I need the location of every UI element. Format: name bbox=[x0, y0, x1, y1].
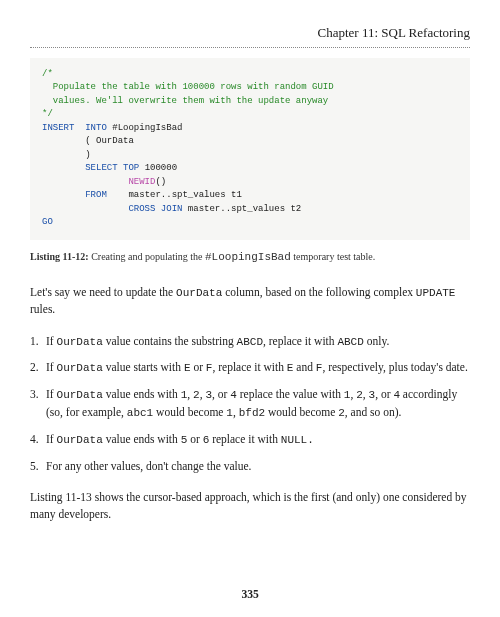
inline-code: 4 bbox=[393, 389, 400, 401]
inline-code: UPDATE bbox=[416, 287, 456, 299]
text: value contains the substring bbox=[103, 335, 237, 347]
code-keyword: GO bbox=[42, 217, 53, 227]
code-punct: ( bbox=[85, 136, 96, 146]
text: Let's say we need to update the bbox=[30, 286, 176, 298]
inline-code: 1 bbox=[226, 407, 233, 419]
code-comment: Populate the table with 100000 rows with… bbox=[42, 82, 334, 92]
list-item: If OurData value ends with 5 or 6 replac… bbox=[30, 431, 470, 449]
inline-code: OurData bbox=[57, 389, 103, 401]
text: , or bbox=[212, 388, 230, 400]
code-func: NEWID bbox=[128, 177, 155, 187]
listing-mono: #LoopingIsBad bbox=[205, 251, 291, 263]
chapter-header: Chapter 11: SQL Refactoring bbox=[30, 24, 470, 43]
text: , replace it with bbox=[263, 335, 337, 347]
text: , and so on). bbox=[345, 406, 402, 418]
header-rule bbox=[30, 47, 470, 48]
list-item: If OurData value starts with E or F, rep… bbox=[30, 359, 470, 377]
code-ident: master bbox=[128, 190, 160, 200]
inline-code: 2 bbox=[356, 389, 363, 401]
text: rules. bbox=[30, 303, 55, 315]
paragraph: Listing 11-13 shows the cursor-based app… bbox=[30, 489, 470, 524]
code-comment: /* bbox=[42, 69, 53, 79]
paragraph: Let's say we need to update the OurData … bbox=[30, 284, 470, 319]
code-ident: ..spt_values t1 bbox=[161, 190, 242, 200]
text: If bbox=[46, 433, 57, 445]
page-number: 335 bbox=[0, 586, 500, 603]
code-ident: ..spt_values t2 bbox=[220, 204, 301, 214]
rules-list: If OurData value contains the substring … bbox=[30, 333, 470, 475]
text: , or bbox=[375, 388, 393, 400]
code-listing: /* Populate the table with 100000 rows w… bbox=[30, 58, 470, 240]
text: , replace it with bbox=[212, 361, 286, 373]
text: If bbox=[46, 388, 57, 400]
inline-code: ABCD bbox=[337, 336, 363, 348]
text: value ends with bbox=[103, 433, 181, 445]
inline-code: NULL. bbox=[281, 434, 314, 446]
text: value starts with bbox=[103, 361, 184, 373]
code-keyword: CROSS JOIN bbox=[128, 204, 182, 214]
inline-code: ABCD bbox=[237, 336, 263, 348]
list-item: For any other values, don't change the v… bbox=[30, 458, 470, 475]
text: column, based on the following complex bbox=[222, 286, 416, 298]
listing-label: Listing 11-12: bbox=[30, 251, 89, 262]
list-item: If OurData value ends with 1, 2, 3, or 4… bbox=[30, 386, 470, 422]
list-item: If OurData value contains the substring … bbox=[30, 333, 470, 351]
inline-code: bfd2 bbox=[239, 407, 265, 419]
inline-code: abc1 bbox=[127, 407, 153, 419]
code-keyword: TOP bbox=[123, 163, 139, 173]
code-comment: */ bbox=[42, 109, 53, 119]
text: value ends with bbox=[103, 388, 181, 400]
inline-code: OurData bbox=[57, 362, 103, 374]
code-ident: OurData bbox=[96, 136, 134, 146]
text: only. bbox=[364, 335, 389, 347]
code-comment: values. We'll overwrite them with the up… bbox=[42, 96, 328, 106]
text: For any other values, don't change the v… bbox=[46, 460, 252, 472]
text: replace the value with bbox=[237, 388, 344, 400]
code-punct: () bbox=[155, 177, 166, 187]
text: If bbox=[46, 361, 57, 373]
listing-desc: temporary test table. bbox=[291, 251, 375, 262]
code-keyword: INSERT bbox=[42, 123, 74, 133]
inline-code: E bbox=[184, 362, 191, 374]
inline-code: OurData bbox=[57, 434, 103, 446]
inline-code: 2 bbox=[193, 389, 200, 401]
inline-code: OurData bbox=[57, 336, 103, 348]
code-ident: #LoopingIsBad bbox=[112, 123, 182, 133]
code-punct: ) bbox=[85, 150, 90, 160]
inline-code: 2 bbox=[338, 407, 345, 419]
code-ident: master bbox=[188, 204, 220, 214]
code-number: 100000 bbox=[145, 163, 177, 173]
text: or bbox=[191, 361, 206, 373]
inline-code: OurData bbox=[176, 287, 222, 299]
text: or bbox=[187, 433, 202, 445]
text: and bbox=[293, 361, 315, 373]
code-keyword: INTO bbox=[85, 123, 107, 133]
text: , respectively, plus today's date. bbox=[322, 361, 467, 373]
text: would become bbox=[153, 406, 226, 418]
code-keyword: SELECT bbox=[85, 163, 117, 173]
listing-caption: Listing 11-12: Creating and populating t… bbox=[30, 250, 470, 266]
text: If bbox=[46, 335, 57, 347]
inline-code: 4 bbox=[230, 389, 237, 401]
text: replace it with bbox=[209, 433, 281, 445]
listing-desc: Creating and populating the bbox=[89, 251, 205, 262]
text: would become bbox=[265, 406, 338, 418]
code-keyword: FROM bbox=[85, 190, 107, 200]
